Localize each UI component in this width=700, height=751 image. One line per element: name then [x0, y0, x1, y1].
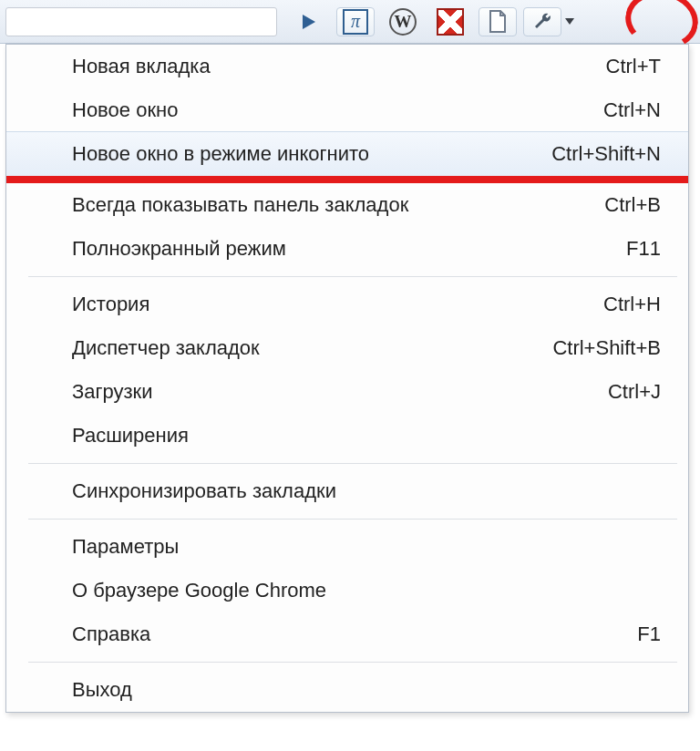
wikipedia-button[interactable]: W [384, 7, 422, 36]
menu-separator [28, 276, 677, 277]
menu-item[interactable]: Расширения [6, 414, 688, 458]
wrench-icon [531, 11, 553, 33]
block-button[interactable] [431, 7, 469, 36]
menu-item-shortcut: Ctrl+J [608, 380, 661, 404]
menu-item-label: Справка [72, 622, 637, 646]
menu-item-label: Полноэкранный режим [72, 237, 626, 261]
menu-item[interactable]: О браузере Google Chrome [6, 569, 688, 612]
menu-item-shortcut: Ctrl+Shift+N [551, 142, 661, 166]
play-icon [299, 13, 317, 31]
pi-icon: π [343, 9, 368, 35]
menu-item[interactable]: Диспетчер закладокCtrl+Shift+B [6, 326, 688, 370]
pi-button[interactable]: π [336, 7, 375, 36]
menu-item-label: Параметры [72, 535, 661, 559]
menu-item[interactable]: Полноэкранный режимF11 [6, 227, 688, 271]
menu-separator [28, 662, 677, 663]
svg-marker-0 [303, 15, 315, 29]
settings-menu-button[interactable] [521, 3, 578, 41]
menu-item[interactable]: Новое окноCtrl+N [6, 88, 688, 132]
menu-item[interactable]: Всегда показывать панель закладокCtrl+B [6, 183, 688, 227]
menu-item-shortcut: Ctrl+T [606, 55, 662, 78]
new-page-button[interactable] [479, 7, 517, 36]
annotation-underline [6, 176, 688, 183]
menu-item[interactable]: Синхронизировать закладки [6, 469, 688, 513]
menu-item-shortcut: Ctrl+H [603, 293, 661, 316]
chevron-down-icon [565, 18, 574, 25]
menu-item-shortcut: Ctrl+B [604, 193, 661, 217]
menu-item[interactable]: Новое окно в режиме инкогнитоCtrl+Shift+… [6, 131, 688, 177]
wrench-button-inner [523, 7, 561, 36]
menu-item-shortcut: Ctrl+Shift+B [552, 336, 661, 360]
menu-item-label: Выход [72, 678, 661, 702]
menu-item[interactable]: ИсторияCtrl+H [6, 283, 688, 326]
menu-item-label: Загрузки [72, 380, 608, 404]
menu-item[interactable]: Выход [6, 668, 688, 712]
menu-item-label: Всегда показывать панель закладок [72, 193, 604, 217]
menu-item-shortcut: F1 [637, 622, 661, 646]
menu-item-shortcut: F11 [626, 237, 661, 261]
menu-item-label: Расширения [72, 424, 661, 448]
menu-item-label: Диспетчер закладок [72, 336, 552, 360]
settings-dropdown-menu: Новая вкладкаCtrl+TНовое окноCtrl+NНовое… [5, 44, 689, 713]
menu-item[interactable]: ЗагрузкиCtrl+J [6, 370, 688, 414]
menu-item-shortcut: Ctrl+N [603, 98, 661, 122]
menu-item[interactable]: СправкаF1 [6, 612, 688, 656]
play-button[interactable] [289, 7, 327, 36]
menu-item[interactable]: Новая вкладкаCtrl+T [6, 45, 688, 88]
menu-item-label: Новая вкладка [72, 55, 606, 78]
menu-item-label: Синхронизировать закладки [72, 479, 661, 503]
browser-toolbar: π W [0, 0, 700, 44]
new-page-icon [488, 10, 508, 34]
menu-item-label: Новое окно [72, 98, 603, 122]
menu-separator [28, 463, 677, 464]
block-x-icon [437, 8, 464, 36]
menu-separator [28, 519, 677, 520]
menu-item-label: О браузере Google Chrome [72, 579, 661, 602]
menu-item[interactable]: Параметры [6, 525, 688, 569]
address-bar[interactable] [5, 7, 277, 36]
wikipedia-icon: W [389, 8, 417, 36]
menu-item-label: История [72, 293, 603, 316]
menu-item-label: Новое окно в режиме инкогнито [72, 142, 551, 166]
